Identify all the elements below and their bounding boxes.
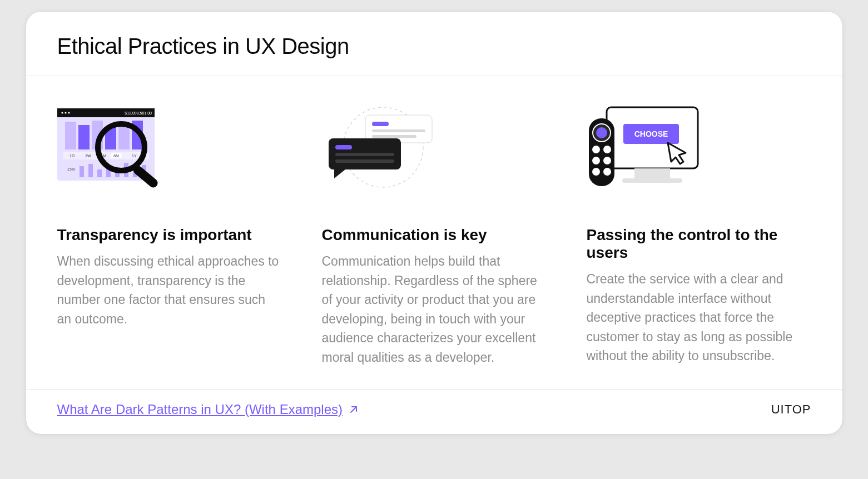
svg-point-54 — [603, 168, 611, 176]
magnifier-chart-icon: $12,098,501.00 1D 1W 1M 6M 1Y — [57, 104, 282, 204]
svg-rect-7 — [78, 125, 90, 149]
column-transparency: $12,098,501.00 1D 1W 1M 6M 1Y — [57, 104, 282, 367]
card-footer: What Are Dark Patterns in UX? (With Exam… — [26, 389, 842, 434]
card-body: $12,098,501.00 1D 1W 1M 6M 1Y — [26, 76, 842, 389]
svg-rect-20 — [80, 166, 84, 177]
svg-rect-22 — [97, 169, 102, 177]
svg-rect-41 — [634, 168, 670, 179]
svg-rect-34 — [372, 135, 416, 138]
column-text: When discussing ethical approaches to de… — [57, 252, 282, 328]
column-communication: Communication is key Communication helps… — [322, 104, 547, 367]
svg-text:15%: 15% — [67, 167, 75, 171]
svg-point-50 — [603, 146, 611, 153]
svg-rect-39 — [335, 159, 394, 163]
footer-link-text: What Are Dark Patterns in UX? (With Exam… — [57, 402, 343, 417]
svg-rect-32 — [372, 122, 389, 126]
svg-text:CHOOSE: CHOOSE — [634, 129, 668, 138]
svg-rect-33 — [372, 129, 425, 132]
svg-point-51 — [592, 157, 600, 164]
chat-bubbles-icon — [322, 104, 547, 204]
svg-rect-38 — [335, 153, 394, 156]
dark-patterns-link[interactable]: What Are Dark Patterns in UX? (With Exam… — [57, 402, 360, 417]
column-text: Create the service with a clear and unde… — [587, 270, 811, 366]
svg-text:1Y: 1Y — [132, 154, 137, 158]
svg-text:6M: 6M — [113, 154, 119, 158]
svg-text:1D: 1D — [70, 154, 75, 158]
svg-point-48 — [596, 127, 607, 138]
svg-point-53 — [592, 168, 600, 176]
remote-monitor-icon: CHOOSE — [587, 104, 811, 204]
column-text: Communication helps build that relations… — [322, 252, 547, 367]
column-heading: Passing the control to the users — [587, 226, 811, 262]
svg-text:1W: 1W — [85, 154, 91, 158]
svg-rect-42 — [622, 178, 682, 183]
card-title: Ethical Practices in UX Design — [57, 34, 811, 59]
svg-text:$12,098,501.00: $12,098,501.00 — [125, 111, 152, 115]
info-card: Ethical Practices in UX Design $12,098,5… — [26, 11, 843, 435]
svg-point-4 — [68, 112, 70, 113]
svg-point-52 — [603, 157, 611, 164]
svg-point-49 — [592, 146, 600, 153]
svg-marker-36 — [334, 169, 345, 178]
svg-rect-6 — [65, 122, 76, 149]
card-header: Ethical Practices in UX Design — [26, 12, 842, 76]
svg-rect-37 — [335, 145, 352, 149]
external-link-icon — [348, 404, 359, 415]
svg-point-2 — [61, 112, 63, 113]
column-heading: Transparency is important — [57, 226, 282, 244]
column-control: CHOOSE Passing the control to the users — [587, 104, 811, 367]
svg-point-3 — [65, 112, 66, 113]
column-heading: Communication is key — [322, 226, 547, 244]
footer-brand: UITOP — [771, 402, 811, 417]
svg-rect-21 — [88, 164, 93, 177]
